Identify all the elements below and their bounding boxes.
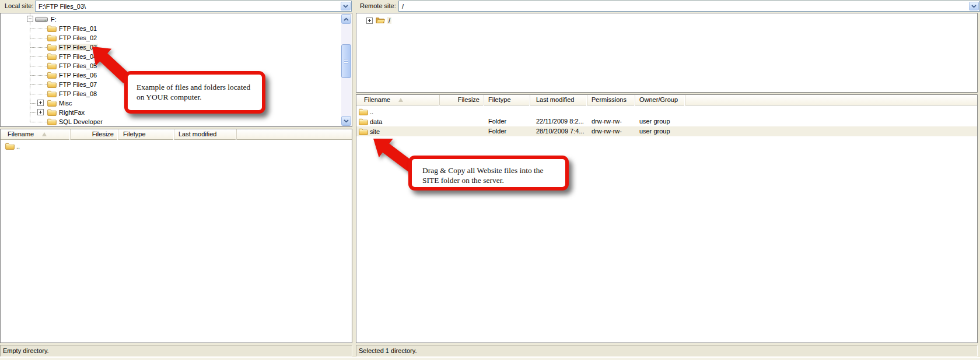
tree-item-ftp-files-04[interactable]: FTP Files_04 [1, 52, 352, 61]
tree-item-label[interactable]: F: [50, 16, 58, 23]
tree-item-ftp-files-02[interactable]: FTP Files_02 [1, 33, 352, 43]
tree-item-root[interactable]: / [356, 15, 977, 24]
tree-item-ftp-files-05[interactable]: FTP Files_05 [1, 61, 352, 70]
chevron-down-icon [344, 119, 349, 123]
folder-icon [47, 52, 57, 60]
column-header-last-modified[interactable]: Last modified [530, 95, 587, 105]
column-header-last-modified[interactable]: Last modified [174, 129, 237, 140]
collapse-icon[interactable] [27, 16, 33, 22]
tree-item-label[interactable]: RightFax [58, 109, 86, 116]
folder-icon [47, 34, 57, 41]
file-name[interactable]: .. [368, 107, 373, 117]
expand-icon[interactable] [37, 109, 44, 115]
file-permissions: drw-rw-rw- [587, 126, 635, 136]
tree-item-f-drive[interactable]: F: [1, 15, 352, 24]
tree-item-label[interactable]: FTP Files_04 [58, 53, 98, 60]
callout-text-line1: Example of files and folders located [136, 82, 257, 92]
file-size [440, 117, 484, 126]
expand-icon[interactable] [37, 100, 44, 106]
tree-item-label[interactable]: FTP Files_01 [58, 25, 98, 32]
tree-item-label-selected[interactable]: FTP Files_03 [58, 44, 98, 51]
folder-icon [47, 71, 57, 79]
column-header-filesize[interactable]: Filesize [71, 129, 118, 140]
callout-text-line1: Drag & Copy all Website files into the [422, 165, 561, 175]
folder-icon [359, 108, 368, 115]
drive-icon [35, 16, 48, 23]
sort-ascending-icon [42, 132, 47, 136]
file-type: Folder [484, 126, 530, 136]
column-header-filename[interactable]: Filename [356, 95, 440, 105]
file-name[interactable]: .. [15, 142, 20, 151]
tree-item-label[interactable]: FTP Files_06 [58, 72, 98, 79]
column-header-filetype[interactable]: Filetype [484, 95, 530, 105]
local-list-header: Filename Filesize Filetype Last modified [1, 129, 352, 140]
folder-icon [47, 80, 57, 88]
tree-item-label[interactable]: FTP Files_08 [58, 90, 98, 97]
folder-icon [47, 43, 57, 51]
chevron-down-icon [971, 5, 977, 8]
local-site-dropdown-button[interactable] [341, 2, 351, 10]
remote-site-bar: Remote site: / [356, 0, 980, 12]
folder-icon [359, 128, 368, 135]
folder-icon [47, 24, 57, 32]
tree-item-label-selected[interactable]: / [387, 17, 391, 24]
remote-file-list-panel: Filename Filesize Filetype Last modified… [356, 94, 978, 343]
file-type: Folder [484, 117, 530, 126]
tree-item-sql-developer[interactable]: SQL Developer [1, 117, 352, 126]
file-last-modified: 22/11/2009 8:2... [530, 117, 587, 126]
folder-icon [359, 118, 368, 125]
file-row-parent-dir[interactable]: .. [356, 107, 977, 117]
file-owner-group: user group [635, 117, 685, 126]
column-header-owner-group[interactable]: Owner/Group [635, 95, 685, 105]
local-file-list-panel: Filename Filesize Filetype Last modified… [0, 129, 352, 343]
tree-item-label[interactable]: SQL Developer [58, 118, 104, 125]
window-bottom-strip [0, 357, 980, 360]
remote-site-label: Remote site: [360, 2, 396, 9]
file-row-parent-dir[interactable]: .. [1, 141, 352, 151]
remote-site-dropdown-button[interactable] [969, 2, 979, 10]
remote-site-combobox[interactable]: / [398, 1, 980, 12]
expand-icon[interactable] [366, 17, 373, 24]
callout-text-line2: on YOUR computer. [136, 92, 257, 102]
folder-icon [47, 118, 57, 125]
folder-open-icon [376, 16, 385, 24]
tree-item-ftp-files-01[interactable]: FTP Files_01 [1, 24, 352, 33]
folder-icon [5, 142, 15, 150]
column-header-filetype[interactable]: Filetype [118, 129, 174, 140]
tree-item-label[interactable]: FTP Files_05 [58, 62, 98, 69]
remote-site-path-value[interactable]: / [399, 3, 969, 10]
column-header-filesize[interactable]: Filesize [440, 95, 484, 105]
remote-tree-panel: / [356, 13, 978, 93]
folder-icon [47, 99, 57, 107]
file-name[interactable]: data [368, 117, 382, 126]
local-status-text: Empty directory. [3, 347, 49, 354]
column-header-filename[interactable]: Filename [1, 129, 71, 140]
file-last-modified: 28/10/2009 7:4... [530, 126, 587, 136]
ftp-client-window: Local site: F:\FTP Files_03\ Remote site… [0, 0, 980, 360]
file-row-site-selected[interactable]: site Folder 28/10/2009 7:4... drw-rw-rw-… [356, 126, 977, 136]
tree-item-label[interactable]: Misc [58, 100, 74, 107]
tree-item-label[interactable]: FTP Files_07 [58, 81, 98, 88]
callout-local-files: Example of files and folders located on … [124, 71, 265, 114]
local-site-combobox[interactable]: F:\FTP Files_03\ [35, 1, 352, 12]
local-tree-scrollbar[interactable] [341, 14, 351, 126]
scroll-down-button[interactable] [341, 116, 351, 126]
remote-list-header: Filename Filesize Filetype Last modified… [356, 95, 977, 105]
scroll-up-button[interactable] [341, 14, 351, 24]
file-name[interactable]: site [368, 127, 380, 136]
column-header-permissions[interactable]: Permissions [587, 95, 635, 105]
local-status-bar: Empty directory. [0, 345, 352, 357]
file-permissions: drw-rw-rw- [587, 117, 635, 126]
tree-item-ftp-files-03[interactable]: FTP Files_03 [1, 43, 352, 52]
folder-icon [47, 62, 57, 69]
remote-status-bar: Selected 1 directory. [356, 345, 978, 357]
local-site-path-value[interactable]: F:\FTP Files_03\ [36, 3, 341, 10]
remote-status-text: Selected 1 directory. [359, 347, 416, 354]
callout-text-line2: SITE folder on the server. [422, 175, 561, 185]
file-row-data[interactable]: data Folder 22/11/2009 8:2... drw-rw-rw-… [356, 117, 977, 126]
tree-item-label[interactable]: FTP Files_02 [58, 34, 98, 41]
folder-icon [47, 108, 57, 116]
local-site-label: Local site: [5, 2, 34, 9]
local-site-bar: Local site: F:\FTP Files_03\ [0, 0, 352, 12]
scrollbar-thumb[interactable] [341, 44, 351, 78]
